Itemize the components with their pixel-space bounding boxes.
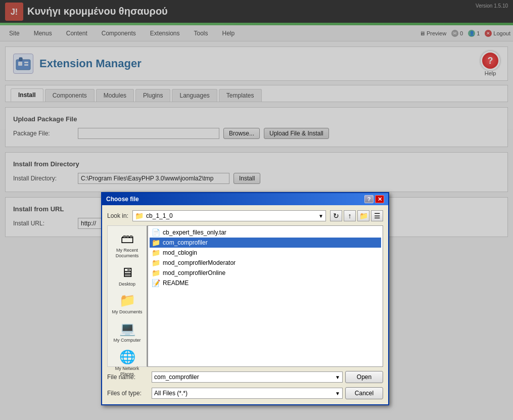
my-documents-icon: 📁 (119, 293, 135, 308)
file-dialog-title-buttons: ? ✕ (364, 195, 384, 203)
recent-docs-label: My Recent Documents (112, 248, 143, 259)
folder-icon: 📁 (152, 239, 160, 247)
new-folder-button[interactable]: 📁 (357, 210, 369, 221)
file-icon: 📄 (152, 228, 160, 237)
look-in-select-inner: 📁 cb_1_1_0 (135, 212, 318, 220)
file-item-cb-expert[interactable]: 📄 cb_expert_files_only.tar (150, 227, 381, 238)
folder-icon: 📁 (152, 249, 160, 257)
files-of-type-label: Files of type: (107, 390, 148, 397)
file-item-com-comprofiler[interactable]: 📁 com_comprofiler (150, 238, 381, 248)
look-in-toolbar: ↻ ↑ 📁 ☰ (330, 210, 383, 221)
my-documents-label: My Documents (112, 309, 142, 315)
folder-icon: 📁 (152, 269, 160, 277)
file-name-dropdown-arrow: ▼ (335, 375, 340, 380)
sidebar-desktop[interactable]: 🖥 Desktop (109, 262, 146, 290)
my-computer-label: My Computer (113, 338, 141, 343)
files-of-type-value: All Files (*.*) (154, 390, 188, 397)
dialog-help-button[interactable]: ? (364, 195, 374, 203)
folder-icon: 📁 (135, 212, 144, 220)
view-options-button[interactable]: ☰ (371, 210, 383, 221)
files-of-type-select[interactable]: All Files (*.*) ▼ (152, 388, 343, 399)
file-name-value: com_comprofiler (154, 374, 199, 381)
file-name-select[interactable]: com_comprofiler ▼ (152, 371, 343, 383)
nav-back-button[interactable]: ↻ (330, 210, 342, 221)
look-in-select[interactable]: 📁 cb_1_1_0 ▼ (132, 210, 326, 221)
recent-docs-icon: 🗃 (121, 231, 134, 247)
files-of-type-input-wrap: All Files (*.*) ▼ Cancel (152, 387, 383, 399)
file-item-name: README (163, 279, 189, 287)
file-dialog-title: Choose file (106, 196, 139, 203)
file-sidebar: 🗃 My Recent Documents 🖥 Desktop 📁 My Doc… (107, 225, 148, 367)
file-type-row: Files of type: All Files (*.*) ▼ Cancel (107, 387, 383, 399)
file-name-label: File name: (107, 374, 148, 381)
file-item-name: cb_expert_files_only.tar (163, 229, 226, 236)
sidebar-my-documents[interactable]: 📁 My Documents (109, 290, 146, 317)
file-dialog-overlay: Choose file ? ✕ Look in: 📁 cb_1_1_0 ▼ (0, 0, 513, 420)
look-in-label: Look in: (107, 212, 128, 219)
nav-up-button[interactable]: ↑ (344, 210, 356, 221)
file-item-name: mod_comprofilerOnline (163, 269, 225, 276)
file-name-row: File name: com_comprofiler ▼ Open (107, 371, 383, 383)
file-dialog-body: Look in: 📁 cb_1_1_0 ▼ ↻ ↑ 📁 ☰ (102, 205, 388, 404)
file-item-mod-cblogin[interactable]: 📁 mod_cblogin (150, 248, 381, 258)
file-dialog-titlebar: Choose file ? ✕ (102, 193, 388, 205)
file-item-name: com_comprofiler (163, 239, 208, 246)
look-in-row: Look in: 📁 cb_1_1_0 ▼ ↻ ↑ 📁 ☰ (107, 210, 383, 221)
dropdown-arrow-icon: ▼ (318, 213, 323, 219)
my-computer-icon: 💻 (119, 321, 135, 337)
file-list[interactable]: 📄 cb_expert_files_only.tar 📁 com_comprof… (148, 225, 383, 367)
file-item-name: mod_comprofile​rModerator (163, 259, 236, 266)
file-name-input-wrap: com_comprofiler ▼ Open (152, 371, 383, 383)
file-item-mod-comprofiler-online[interactable]: 📁 mod_comprofilerOnline (150, 268, 381, 278)
sidebar-recent-docs[interactable]: 🗃 My Recent Documents (109, 228, 146, 261)
sidebar-my-computer[interactable]: 💻 My Computer (109, 318, 146, 346)
file-item-readme[interactable]: 📝 README (150, 278, 381, 288)
look-in-value: cb_1_1_0 (146, 212, 173, 219)
files-of-type-dropdown-arrow: ▼ (335, 391, 340, 396)
cancel-button[interactable]: Cancel (345, 387, 383, 399)
open-button[interactable]: Open (345, 371, 383, 383)
doc-icon: 📝 (152, 279, 160, 287)
folder-icon: 📁 (152, 259, 160, 267)
desktop-icon: 🖥 (121, 265, 134, 281)
file-item-name: mod_cblogin (163, 249, 197, 256)
dialog-close-button[interactable]: ✕ (375, 195, 384, 203)
desktop-label: Desktop (119, 282, 135, 287)
file-dialog-main: 🗃 My Recent Documents 🖥 Desktop 📁 My Doc… (107, 225, 383, 367)
network-places-icon: 🌐 (119, 349, 135, 365)
file-dialog: Choose file ? ✕ Look in: 📁 cb_1_1_0 ▼ (101, 192, 389, 405)
file-item-mod-comprofiler-moderator[interactable]: 📁 mod_comprofile​rModerator (150, 258, 381, 268)
